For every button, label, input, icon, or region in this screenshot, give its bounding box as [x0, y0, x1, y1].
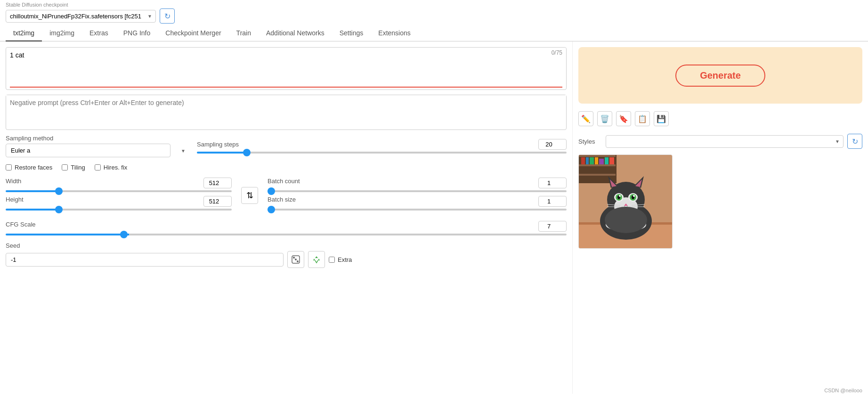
- trash-button[interactable]: 🗑️: [597, 111, 612, 126]
- sampling-method-select-wrapper: Euler a: [6, 144, 189, 157]
- tab-txt2img[interactable]: txt2img: [6, 25, 42, 41]
- checkpoint-select[interactable]: chilloutmix_NiPrunedFp32Fix.safetensors …: [6, 10, 156, 23]
- output-image-area: [578, 154, 862, 388]
- cfg-section: CFG Scale: [6, 221, 567, 235]
- negative-prompt-input[interactable]: [6, 95, 566, 128]
- size-section: Width Height: [6, 178, 232, 214]
- save-icon: 💾: [657, 114, 666, 123]
- checkpoint-select-wrapper: chilloutmix_NiPrunedFp32Fix.safetensors …: [6, 10, 156, 23]
- restore-faces-input[interactable]: [6, 164, 12, 170]
- watermark: CSDN @neilooo: [824, 388, 862, 393]
- sampling-method-select[interactable]: Euler a: [6, 144, 170, 157]
- swap-dimensions-button[interactable]: ⇅: [241, 187, 258, 204]
- right-panel: Generate ✏️ 🗑️ 🔖 📋 💾 Styles: [572, 41, 868, 394]
- pencil-icon: ✏️: [581, 114, 591, 123]
- extra-input[interactable]: [329, 257, 335, 263]
- height-slider[interactable]: [6, 209, 232, 211]
- prompt-underline: [10, 87, 562, 88]
- styles-select[interactable]: [606, 135, 844, 148]
- width-header: Width: [6, 178, 232, 188]
- save-button[interactable]: 💾: [654, 111, 669, 126]
- generate-area: Generate: [578, 47, 862, 104]
- seed-label: Seed: [6, 242, 567, 249]
- tab-extras[interactable]: Extras: [82, 25, 116, 41]
- styles-label: Styles: [578, 138, 602, 145]
- main-content: 0/75 1 cat Sampling method Euler a: [0, 41, 868, 394]
- cfg-slider[interactable]: [6, 234, 567, 235]
- clipboard-button[interactable]: 📋: [635, 111, 650, 126]
- tab-bar: txt2img img2img Extras PNG Info Checkpoi…: [0, 25, 868, 41]
- tiling-checkbox[interactable]: Tiling: [62, 164, 85, 171]
- batch-size-input[interactable]: [538, 196, 567, 207]
- clipboard-icon: 📋: [638, 114, 647, 123]
- tab-extensions[interactable]: Extensions: [371, 25, 418, 41]
- steps-header: Sampling steps: [197, 139, 567, 150]
- positive-prompt-input[interactable]: 1 cat: [6, 48, 566, 85]
- batch-count-field: Batch count: [268, 178, 567, 192]
- batch-section: Batch count Batch size: [268, 178, 567, 214]
- width-value-input[interactable]: [203, 178, 232, 188]
- sampling-steps-group: Sampling steps: [197, 139, 567, 154]
- styles-row: Styles ↻: [578, 134, 862, 149]
- svg-rect-15: [609, 157, 614, 164]
- checkpoint-refresh-button[interactable]: ↻: [160, 8, 175, 24]
- checkboxes-row: Restore faces Tiling Hires. fix: [6, 164, 567, 171]
- batch-size-label: Batch size: [268, 196, 296, 207]
- batch-count-input[interactable]: [538, 178, 567, 188]
- prompt-counter: 0/75: [552, 49, 562, 56]
- height-value-input[interactable]: [203, 196, 232, 207]
- svg-point-3: [297, 261, 298, 262]
- tab-png-info[interactable]: PNG Info: [116, 25, 158, 41]
- output-image: [578, 154, 673, 249]
- sampling-steps-value[interactable]: [538, 139, 567, 150]
- trash-icon: 🗑️: [600, 114, 609, 123]
- recycle-icon: [312, 255, 321, 264]
- bookmark-icon: 🔖: [619, 114, 628, 123]
- extra-label: Extra: [338, 256, 352, 263]
- svg-rect-8: [579, 174, 616, 176]
- dice-icon: [291, 255, 300, 264]
- seed-recycle-button[interactable]: [308, 251, 325, 268]
- sampling-steps-slider[interactable]: [197, 152, 567, 154]
- width-label: Width: [6, 178, 21, 188]
- hires-fix-input[interactable]: [95, 164, 101, 170]
- cfg-value-input[interactable]: [538, 221, 567, 232]
- pencil-button[interactable]: ✏️: [578, 111, 593, 126]
- svg-point-32: [633, 195, 635, 197]
- seed-input[interactable]: [6, 253, 284, 267]
- batch-count-slider[interactable]: [268, 190, 567, 192]
- seed-dice-button[interactable]: [287, 251, 304, 268]
- sampling-method-label: Sampling method: [6, 135, 189, 142]
- tab-checkpoint-merger[interactable]: Checkpoint Merger: [158, 25, 228, 41]
- seed-section: Extra: [6, 251, 567, 268]
- batch-size-header: Batch size: [268, 196, 567, 207]
- generate-button[interactable]: Generate: [675, 65, 765, 87]
- sampling-method-group: Sampling method Euler a: [6, 135, 189, 157]
- restore-faces-label: Restore faces: [15, 164, 52, 171]
- batch-count-label: Batch count: [268, 178, 300, 188]
- height-field: Height: [6, 196, 232, 211]
- svg-point-2: [295, 259, 296, 260]
- height-header: Height: [6, 196, 232, 207]
- restore-faces-checkbox[interactable]: Restore faces: [6, 164, 52, 171]
- extra-checkbox[interactable]: Extra: [329, 256, 352, 263]
- tiling-input[interactable]: [62, 164, 68, 170]
- width-slider[interactable]: [6, 190, 232, 192]
- tab-settings[interactable]: Settings: [332, 25, 371, 41]
- svg-rect-7: [579, 164, 616, 166]
- tab-additional-networks[interactable]: Additional Networks: [259, 25, 332, 41]
- svg-rect-6: [579, 155, 616, 157]
- styles-refresh-button[interactable]: ↻: [847, 134, 862, 149]
- batch-size-field: Batch size: [268, 196, 567, 211]
- batch-size-slider[interactable]: [268, 209, 567, 211]
- svg-rect-13: [599, 159, 604, 164]
- height-label: Height: [6, 196, 24, 207]
- hires-fix-checkbox[interactable]: Hires. fix: [95, 164, 128, 171]
- bookmark-button[interactable]: 🔖: [616, 111, 631, 126]
- svg-rect-10: [586, 157, 589, 164]
- tab-img2img[interactable]: img2img: [42, 25, 82, 41]
- svg-rect-12: [595, 157, 598, 164]
- batch-count-header: Batch count: [268, 178, 567, 188]
- tab-train[interactable]: Train: [229, 25, 259, 41]
- checkpoint-label: Stable Diffusion checkpoint: [6, 2, 862, 8]
